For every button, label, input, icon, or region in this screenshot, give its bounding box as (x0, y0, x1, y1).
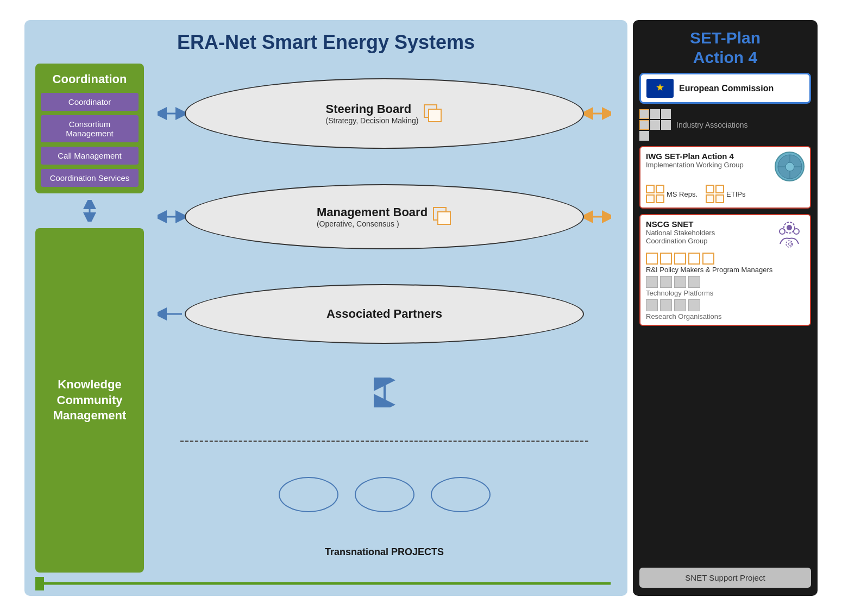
nscg-sub2: Coordination Group (646, 237, 715, 245)
ri-squares (646, 253, 805, 265)
research-squares (646, 299, 805, 311)
snet-support-box: SNET Support Project (639, 568, 811, 588)
management-board-content: Management Board (Operative, Consensus ) (317, 205, 452, 228)
iwg-text: IWG SET-Plan Action 4 Implementation Wor… (646, 152, 744, 169)
iwg-title: IWG SET-Plan Action 4 (646, 152, 744, 161)
tech-sq-1 (646, 276, 658, 288)
steering-board-content-text: Steering Board (Strategy, Decision Makin… (326, 102, 419, 125)
ms-copy-icon (646, 185, 664, 203)
management-board-ellipse: Management Board (Operative, Consensus ) (185, 184, 584, 249)
center-column: Steering Board (Strategy, Decision Makin… (152, 64, 617, 573)
left-content: Coordination Coordinator Consortium Mana… (35, 64, 617, 573)
steering-board-content: Steering Board (Strategy, Decision Makin… (326, 102, 443, 125)
svg-point-33 (780, 229, 785, 234)
ec-label: European Commission (679, 84, 774, 93)
associated-partners-row: Associated Partners (158, 284, 611, 344)
ec-box: ★ European Commission (639, 73, 811, 104)
set-plan-line2: Action 4 (639, 48, 811, 67)
ms-reps-group: MS Reps. (646, 185, 698, 203)
associated-partners-ellipse: Associated Partners (185, 284, 584, 344)
vertical-double-arrow-icon (79, 200, 100, 222)
tech-platforms-label: Technology Platforms (646, 289, 805, 297)
mgmt-left-arrow-icon (158, 209, 185, 225)
management-board-sub: (Operative, Consensus ) (317, 219, 428, 228)
research-sq-4 (688, 299, 700, 311)
nscg-people-icon-svg: ⚙ (775, 219, 805, 249)
transnational-projects-label: Transnational PROJECTS (325, 546, 444, 558)
ms-reps-label: MS Reps. (667, 190, 698, 198)
left-col-inner: Coordination Coordinator Consortium Mana… (35, 64, 144, 573)
small-ellipses-row (279, 477, 491, 512)
research-orgs-area: Research Organisations (646, 299, 805, 320)
research-sq-2 (660, 299, 672, 311)
nscg-header: NSCG SNET National Stakeholders Coordina… (646, 219, 805, 249)
associated-partners-label: Associated Partners (326, 307, 442, 321)
right-panel: SET-Plan Action 4 ★ European Commission (633, 20, 818, 596)
research-sq-1 (646, 299, 658, 311)
industry-box: Industry Associations (639, 109, 811, 141)
bottom-green-arrow-icon (35, 577, 617, 590)
vert-down-arrow-icon (374, 378, 395, 407)
research-orgs-label: Research Organisations (646, 312, 805, 320)
etips-group: ETIPs (706, 185, 745, 203)
iwg-section: IWG SET-Plan Action 4 Implementation Wor… (639, 146, 811, 209)
management-board-title: Management Board (317, 205, 428, 219)
research-sq-3 (674, 299, 686, 311)
steering-board-title: Steering Board (326, 102, 419, 116)
ri-sq-5 (702, 253, 714, 265)
set-plan-title-area: SET-Plan Action 4 (639, 28, 811, 67)
iwg-diagram-icon (775, 152, 805, 181)
coordination-title: Coordination (41, 70, 139, 89)
call-mgmt-box: Call Management (41, 147, 139, 165)
management-board-row: Management Board (Operative, Consensus ) (158, 184, 611, 249)
svg-point-26 (786, 162, 794, 171)
eu-flag-icon: ★ (646, 79, 674, 98)
iwg-sub: Implementation Working Group (646, 161, 744, 169)
tech-sq-4 (688, 276, 700, 288)
mgmt-right-arrow-icon (584, 209, 611, 225)
knowledge-section: Knowledge Community Management (35, 228, 144, 573)
etips-copy-icon (706, 185, 724, 203)
ri-policy-area: R&I Policy Makers & Program Managers (646, 253, 805, 274)
mgmt-copy-front (437, 211, 451, 225)
coordination-section: Coordination Coordinator Consortium Mana… (35, 64, 144, 193)
steering-left-arrow-icon (158, 105, 185, 122)
tech-squares (646, 276, 805, 288)
nscg-text: NSCG SNET National Stakeholders Coordina… (646, 219, 715, 245)
svg-point-32 (787, 225, 792, 230)
set-plan-line1: SET-Plan (639, 28, 811, 48)
tech-platforms-area: Technology Platforms (646, 276, 805, 297)
copy-icon-front (428, 109, 442, 122)
project-ellipse-3 (431, 477, 491, 512)
svg-text:⚙: ⚙ (788, 241, 793, 247)
nscg-sub1: National Stakeholders (646, 229, 715, 237)
management-board-text: Management Board (Operative, Consensus ) (317, 205, 428, 228)
project-ellipse-2 (355, 477, 414, 512)
steering-board-ellipse: Steering Board (Strategy, Decision Makin… (185, 78, 584, 149)
ri-sq-4 (688, 253, 700, 265)
mgmt-copy-icon (433, 207, 452, 226)
iwg-diagram-svg (776, 153, 803, 180)
ri-sq-2 (660, 253, 672, 265)
nscg-section: NSCG SNET National Stakeholders Coordina… (639, 214, 811, 326)
iwg-header: IWG SET-Plan Action 4 Implementation Wor… (646, 152, 805, 181)
steering-right-arrow-icon (584, 105, 611, 122)
tech-sq-3 (674, 276, 686, 288)
nscg-title: NSCG SNET (646, 219, 715, 229)
main-title: ERA-Net Smart Energy Systems (35, 31, 617, 54)
ri-policy-label: R&I Policy Makers & Program Managers (646, 266, 805, 274)
steering-copy-icon (424, 104, 443, 123)
consortium-mgmt-box: Consortium Management (41, 115, 139, 142)
industry-label: Industry Associations (676, 121, 748, 129)
svg-text:★: ★ (656, 82, 664, 93)
ri-sq-3 (674, 253, 686, 265)
svg-point-34 (794, 229, 799, 234)
left-column: Coordination Coordinator Consortium Mana… (35, 64, 144, 573)
coord-services-box: Coordination Services (41, 169, 139, 187)
dashed-separator (180, 441, 589, 442)
steering-board-row: Steering Board (Strategy, Decision Makin… (158, 78, 611, 149)
ms-etips-row: MS Reps. ETIPs (646, 185, 805, 203)
vert-down-arrow-area (374, 378, 395, 407)
snet-support-label: SNET Support Project (645, 573, 806, 582)
snet-support-area: SNET Support Project (639, 568, 811, 588)
